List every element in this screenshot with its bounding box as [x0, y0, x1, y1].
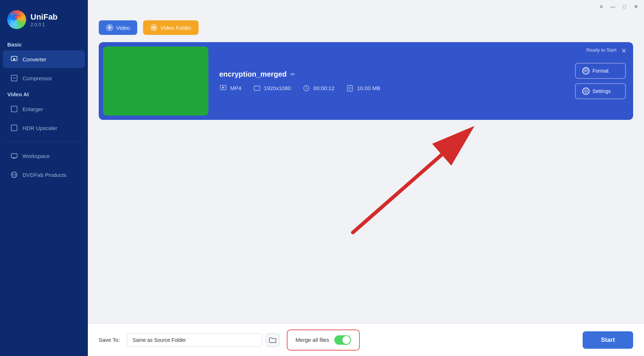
bottom-bar: Save To: Same as Source Folder Merge all… — [88, 323, 644, 356]
file-card: Ready to Start ✕ encryption_merged ✏ MP4 — [99, 42, 633, 120]
sidebar-item-dvdfab-label: DVDFab Products — [23, 172, 66, 178]
settings-btn-icon — [582, 88, 590, 95]
file-card-close-button[interactable]: ✕ — [619, 46, 628, 55]
svg-marker-14 — [222, 86, 225, 89]
hdr-icon — [10, 124, 18, 132]
meta-resolution-value: 1920x1080 — [264, 85, 291, 91]
file-info: encryption_merged ✏ MP4 1920x1080 — [216, 63, 575, 100]
maximize-button[interactable]: □ — [619, 1, 629, 12]
app-version: 2.0.0.1 — [30, 22, 58, 27]
format-btn-label: Format — [592, 68, 608, 74]
sidebar-item-compressor[interactable]: Compressor — [3, 69, 85, 87]
meta-format-value: MP4 — [230, 85, 241, 91]
toolbar: + Video + Video Folder — [99, 20, 633, 35]
meta-duration-value: 00:00:12 — [313, 85, 334, 91]
merge-label: Merge all files — [295, 337, 329, 343]
start-button[interactable]: Start — [583, 331, 633, 349]
sidebar: UniFab 2.0.0.1 Basic Converter Compresso… — [0, 0, 88, 356]
clock-icon — [302, 84, 310, 92]
sidebar-separator — [6, 142, 82, 142]
sidebar-item-compressor-label: Compressor — [23, 75, 52, 81]
sidebar-item-workspace[interactable]: Workspace — [3, 147, 85, 165]
settings-button[interactable]: Settings — [575, 83, 626, 99]
video-btn-label: Video — [116, 25, 130, 31]
sidebar-item-hdr-label: HDR Upscaler — [23, 125, 57, 131]
titlebar: ≡ — □ ✕ — [88, 0, 644, 13]
app-logo: UniFab 2.0.0.1 — [0, 0, 88, 38]
resolution-icon — [253, 84, 261, 92]
save-to-label: Save To: — [99, 337, 120, 343]
arrow-annotation — [99, 120, 633, 316]
play-icon — [219, 84, 227, 92]
video-plus-icon: + — [106, 24, 113, 31]
app-name: UniFab — [30, 12, 58, 22]
svg-point-26 — [584, 89, 588, 93]
svg-marker-24 — [585, 70, 587, 71]
save-path-wrapper: Same as Source Folder — [127, 333, 280, 347]
compressor-icon — [10, 74, 18, 82]
meta-format: MP4 — [219, 84, 241, 92]
format-button[interactable]: Format — [575, 63, 626, 79]
format-btn-icon — [582, 67, 590, 74]
add-folder-button[interactable]: + Video Folder — [143, 20, 199, 35]
folder-btn-label: Video Folder — [160, 25, 191, 31]
workspace-icon — [10, 152, 18, 160]
sidebar-item-converter-label: Converter — [23, 56, 46, 62]
file-name: encryption_merged — [219, 70, 287, 78]
content-area: + Video + Video Folder Ready to Start ✕ … — [88, 13, 644, 323]
minimize-button[interactable]: — — [608, 1, 618, 12]
sidebar-item-converter[interactable]: Converter — [3, 50, 85, 68]
svg-point-25 — [585, 90, 587, 92]
ready-label: Ready to Start — [586, 47, 616, 53]
file-name-row: encryption_merged ✏ — [219, 70, 571, 78]
sidebar-item-enlarger-label: Enlarger — [23, 106, 43, 112]
svg-rect-5 — [11, 106, 17, 112]
video-thumbnail — [103, 46, 208, 116]
merge-all-files-box: Merge all files — [287, 329, 360, 351]
menu-button[interactable]: ≡ — [596, 1, 606, 12]
file-size-icon — [346, 84, 354, 92]
card-actions: Format Settings — [575, 56, 633, 106]
toggle-knob — [342, 336, 350, 344]
meta-resolution: 1920x1080 — [253, 84, 291, 92]
svg-line-28 — [353, 131, 469, 232]
sidebar-item-hdr[interactable]: HDR Upscaler — [3, 119, 85, 137]
sidebar-item-dvdfab[interactable]: DVDFab Products — [3, 166, 85, 183]
folder-plus-icon: + — [150, 24, 158, 31]
merge-toggle[interactable] — [334, 335, 351, 345]
dvdfab-icon — [10, 171, 18, 179]
meta-size: 10.00 MB — [346, 84, 380, 92]
settings-btn-label: Settings — [592, 88, 611, 94]
logo-icon — [7, 10, 26, 29]
close-button[interactable]: ✕ — [631, 1, 641, 12]
browse-folder-button[interactable] — [266, 333, 280, 347]
edit-filename-icon[interactable]: ✏ — [290, 71, 295, 78]
svg-rect-6 — [11, 125, 17, 131]
svg-marker-2 — [13, 58, 16, 61]
file-meta: MP4 1920x1080 00:00:12 — [219, 84, 571, 92]
sidebar-item-workspace-label: Workspace — [23, 153, 50, 159]
meta-size-value: 10.00 MB — [357, 85, 380, 91]
add-video-button[interactable]: + Video — [99, 20, 137, 35]
sidebar-item-enlarger[interactable]: Enlarger — [3, 100, 85, 118]
section-label-videoai: Video AI — [0, 88, 88, 100]
logo-text: UniFab 2.0.0.1 — [30, 12, 58, 27]
svg-line-18 — [306, 88, 307, 89]
converter-icon — [10, 55, 18, 63]
main-content: ≡ — □ ✕ + Video + Video Folder Ready to … — [88, 0, 644, 356]
enlarger-icon — [10, 105, 18, 113]
section-label-basic: Basic — [0, 38, 88, 50]
save-path-select[interactable]: Same as Source Folder — [127, 333, 262, 347]
svg-rect-7 — [11, 154, 17, 158]
svg-rect-15 — [254, 86, 260, 90]
meta-duration: 00:00:12 — [302, 84, 334, 92]
